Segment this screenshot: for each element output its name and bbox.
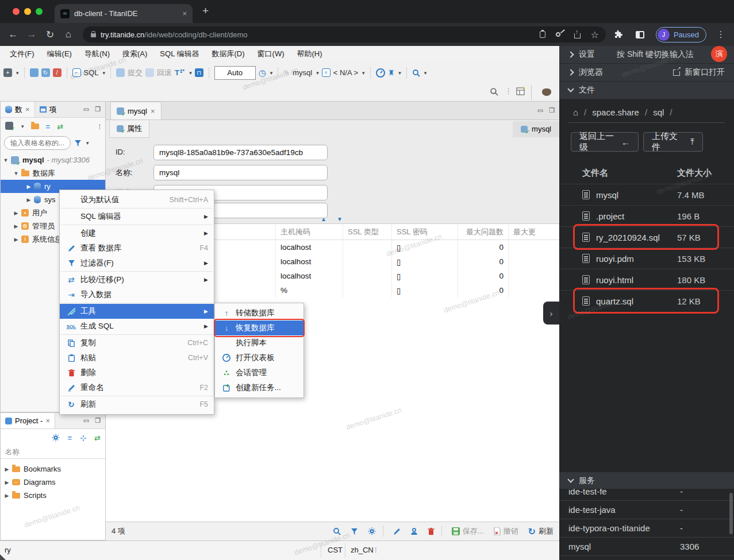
new-connection-icon[interactable]: [5, 122, 13, 132]
sql-dropdown-label[interactable]: SQL: [84, 68, 99, 77]
settings-gear-icon[interactable]: [52, 434, 60, 442]
col-filename[interactable]: 文件名: [582, 168, 608, 179]
grid-search-icon[interactable]: [333, 527, 341, 535]
expander-icon[interactable]: ▶: [26, 184, 32, 190]
expander-icon[interactable]: ▼: [13, 171, 19, 176]
lock-icon[interactable]: [91, 33, 96, 37]
upload-file-button[interactable]: 上传文件⤒: [643, 132, 703, 152]
tree-bookmarks[interactable]: ▶ Bookmarks: [1, 462, 105, 476]
password-key-icon[interactable]: [556, 32, 564, 37]
sidebar-section-services[interactable]: 服务: [559, 472, 734, 489]
new-connection-dropdown-icon[interactable]: ▾: [16, 70, 19, 76]
submenu-item-create-task[interactable]: 创建新任务...: [215, 380, 303, 395]
collapse-expand-arrows[interactable]: ▲▼: [321, 216, 353, 222]
auto-commit-combo[interactable]: Auto: [214, 66, 256, 80]
transaction-icon[interactable]: T⠋: [175, 68, 185, 77]
tab-database-navigator[interactable]: 数 ×: [1, 102, 35, 117]
save-button[interactable]: 保存...: [452, 526, 484, 536]
tree-connection-mysql[interactable]: ▼ mysql - mysql:3306: [1, 153, 105, 167]
menu-item-create[interactable]: 创建▶: [60, 226, 214, 241]
tree-diagrams[interactable]: ▶ ▫▫ Diagrams: [1, 476, 105, 489]
expander-icon[interactable]: ▶: [26, 197, 32, 203]
edit-pencil-icon[interactable]: [393, 528, 401, 535]
open-new-window-button[interactable]: 新窗口打开: [673, 67, 725, 78]
home-icon[interactable]: ⌂: [61, 29, 76, 40]
commit-label[interactable]: 提交: [128, 68, 143, 78]
grid-filter-icon[interactable]: [351, 528, 358, 535]
expander-icon[interactable]: ▶: [4, 493, 10, 499]
history-clock-icon[interactable]: ◷: [259, 68, 266, 78]
link-with-editor-icon[interactable]: ⇄: [57, 122, 63, 131]
compare-structure-icon[interactable]: ♜: [388, 68, 395, 77]
connection-chip[interactable]: mysql: [513, 121, 559, 137]
grid-settings-gear-icon[interactable]: [368, 527, 376, 535]
close-window-button[interactable]: [13, 8, 20, 15]
compare-dropdown-icon[interactable]: ▾: [398, 70, 401, 76]
submenu-item-session-manager[interactable]: ∴会话管理: [215, 365, 303, 380]
col-max-updates[interactable]: 最大更: [509, 224, 559, 240]
subtab-properties[interactable]: 属性: [109, 121, 149, 138]
open-perspective-icon[interactable]: [516, 86, 527, 96]
service-row-ide-typora[interactable]: ide-typora-on-titanide-: [559, 519, 734, 538]
menu-item-refresh[interactable]: ↻刷新F5: [60, 397, 214, 412]
collapse-all-icon[interactable]: =: [46, 122, 51, 131]
minimize-panel-icon[interactable]: ▭: [83, 417, 89, 424]
file-row-ry-sql[interactable]: ry_20210924.sql57 KB: [559, 226, 734, 248]
reconnect-plug-icon[interactable]: ↻: [41, 68, 50, 77]
active-connection-label[interactable]: mysql: [293, 68, 312, 77]
refresh-button[interactable]: ↻刷新: [528, 526, 554, 537]
name-field[interactable]: [153, 165, 328, 180]
file-row-quartz-sql[interactable]: quartz.sql12 KB: [559, 290, 734, 311]
maximize-panel-icon[interactable]: ❒: [95, 106, 101, 113]
sidebar-section-browser[interactable]: 浏览器 新窗口打开: [559, 64, 734, 82]
browser-menu-dots-icon[interactable]: ⋮: [713, 29, 728, 40]
rollback-label[interactable]: 回滚: [157, 68, 172, 78]
menu-edit[interactable]: 编辑(E): [41, 49, 78, 59]
transaction-dropdown-icon[interactable]: ▾: [189, 70, 192, 76]
profile-paused-chip[interactable]: J Paused: [656, 27, 706, 43]
tab-projects[interactable]: 项: [35, 102, 62, 117]
sql-dropdown-icon[interactable]: ▾: [103, 70, 106, 76]
maximize-editor-icon[interactable]: ❒: [549, 107, 555, 114]
expander-icon[interactable]: ▶: [13, 223, 19, 229]
sidebar-expand-handle[interactable]: ›: [543, 302, 559, 325]
submenu-item-open-dashboard[interactable]: 打开仪表板: [215, 350, 303, 365]
menu-item-tools[interactable]: 工具▶: [60, 304, 214, 319]
menu-item-generate-sql[interactable]: SQL生成 SQL▶: [60, 319, 214, 334]
table-filter-input[interactable]: [4, 136, 71, 150]
menu-file[interactable]: 文件(F): [3, 49, 41, 59]
maximize-panel-icon[interactable]: ❒: [95, 417, 101, 424]
browser-tab[interactable]: ‹t› db-client - TitanIDE ×: [55, 4, 193, 23]
link-with-editor-icon[interactable]: ⇄: [94, 434, 101, 442]
add-user-icon[interactable]: [410, 528, 418, 535]
dashboard-gauge-icon[interactable]: [376, 68, 385, 78]
status-dots-icon[interactable]: ⁞: [375, 546, 377, 554]
submenu-item-execute-script[interactable]: 执行脚本: [215, 335, 303, 350]
status-timezone[interactable]: CST: [328, 546, 343, 554]
menu-item-paste[interactable]: 粘贴Ctrl+V: [60, 350, 214, 365]
perspective-dots-icon[interactable]: ⋮: [505, 87, 512, 95]
new-folder-icon[interactable]: [31, 123, 39, 129]
clipboard-icon[interactable]: [540, 31, 545, 38]
demo-badge[interactable]: 演: [711, 46, 727, 62]
new-connection-icon[interactable]: +: [3, 68, 12, 77]
menu-window[interactable]: 窗口(W): [251, 49, 291, 59]
filter-funnel-icon[interactable]: [74, 140, 82, 147]
reload-icon[interactable]: ↻: [43, 29, 57, 41]
menu-item-sql-editor[interactable]: SQL 编辑器▶: [60, 209, 214, 224]
status-locale[interactable]: zh_CN: [351, 546, 374, 554]
col-max-questions[interactable]: 最大问题数: [458, 224, 509, 240]
toolbar-search-dropdown-icon[interactable]: ▾: [424, 70, 427, 76]
sql-editor-icon[interactable]: ⌐: [72, 68, 81, 77]
submenu-item-dump-database[interactable]: ↑转储数据库: [215, 306, 303, 320]
new-connection-dropdown-icon[interactable]: ▾: [21, 123, 24, 129]
revert-button[interactable]: 撤销: [494, 526, 518, 536]
menu-item-view-database[interactable]: 查看 数据库F4: [60, 241, 214, 256]
menu-sql-editor[interactable]: SQL 编辑器: [153, 49, 205, 59]
side-panel-icon[interactable]: [636, 31, 644, 38]
collapse-all-icon[interactable]: =: [68, 434, 72, 442]
service-row-ide-test-java[interactable]: ide-test-java-: [559, 501, 734, 519]
sidebar-scrollbar[interactable]: [729, 493, 733, 534]
menu-item-filter[interactable]: 过滤器(F)▶: [60, 256, 214, 271]
database-selector-label[interactable]: < N/A >: [333, 68, 358, 77]
